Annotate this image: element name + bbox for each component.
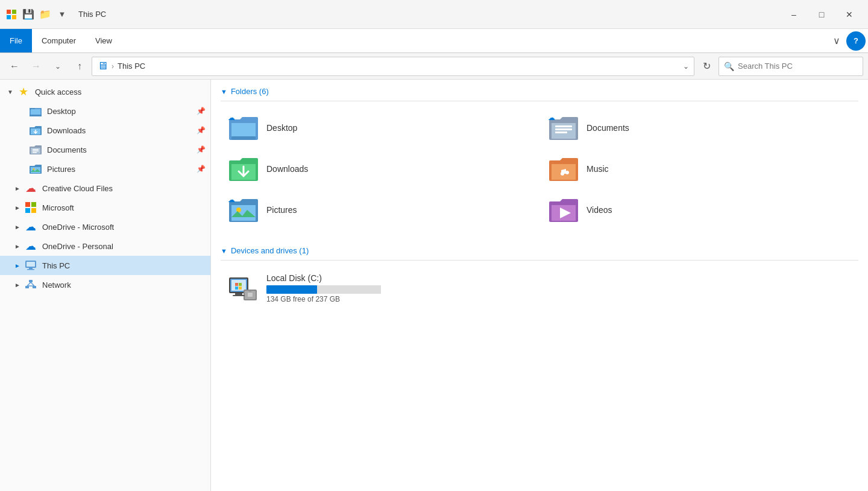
svg-rect-19 <box>27 269 34 270</box>
sidebar-item-pictures[interactable]: Pictures 📌 <box>0 159 210 179</box>
save-icon[interactable]: 💾 <box>22 8 35 21</box>
sidebar-pictures-label: Pictures <box>47 165 194 174</box>
devices-collapse-icon: ▼ <box>221 247 227 255</box>
folders-section-header[interactable]: ▼ Folders (6) <box>221 80 858 101</box>
sidebar-item-desktop[interactable]: Desktop 📌 <box>0 101 210 121</box>
desktop-folder-icon-wrap: ☁ <box>228 113 259 142</box>
sidebar-item-thispc[interactable]: ► This PC <box>0 256 210 275</box>
up-button[interactable]: ↑ <box>70 57 89 76</box>
minimize-button[interactable]: – <box>780 5 808 24</box>
app-icon[interactable] <box>5 8 18 21</box>
sidebar-item-creative-cloud[interactable]: ► ☁ Creative Cloud Files <box>0 179 210 198</box>
customize-icon[interactable]: ▼ <box>55 8 69 21</box>
svg-rect-2 <box>7 15 11 19</box>
sidebar-item-documents[interactable]: Documents 📌 <box>0 140 210 159</box>
svg-rect-42 <box>235 287 238 290</box>
downloads-pin-icon: 📌 <box>197 126 206 135</box>
svg-rect-39 <box>248 293 253 297</box>
cc-expand-icon: ► <box>14 185 24 192</box>
folder-icon[interactable]: 📁 <box>39 8 52 21</box>
svg-line-23 <box>27 282 31 286</box>
drive-item-c[interactable]: Local Disk (C:) 134 GB free of 237 GB <box>221 268 858 309</box>
sidebar-onedrive-personal-label: OneDrive - Personal <box>42 242 206 251</box>
documents-folder-icon-wrap: ☁ <box>548 113 579 142</box>
folder-item-music[interactable]: Music <box>541 150 858 188</box>
onedrive-personal-expand-icon: ► <box>14 243 24 250</box>
svg-rect-3 <box>12 15 16 19</box>
ribbon-collapse-icon[interactable]: ∨ <box>827 35 846 46</box>
sidebar-item-microsoft[interactable]: ► Microsoft <box>0 198 210 217</box>
ribbon-right: ∨ ? <box>827 31 868 51</box>
refresh-button[interactable]: ↻ <box>697 57 716 76</box>
svg-point-30 <box>561 172 564 176</box>
microsoft-expand-icon: ► <box>14 204 24 211</box>
pictures-cloud-badge: ☁ <box>228 195 235 204</box>
onedrive-personal-icon: ☁ <box>24 239 37 253</box>
svg-rect-8 <box>33 149 39 150</box>
drive-bar-fill-c <box>266 285 317 294</box>
devices-section-header[interactable]: ▼ Devices and drives (1) <box>221 239 858 261</box>
folder-item-desktop[interactable]: ☁ Desktop <box>221 109 538 147</box>
svg-rect-43 <box>239 287 242 290</box>
window-title: This PC <box>78 10 775 19</box>
svg-rect-18 <box>29 268 33 269</box>
thispc-expand-icon: ► <box>14 262 24 269</box>
svg-rect-12 <box>25 202 30 207</box>
downloads-folder-name: Downloads <box>266 164 308 174</box>
svg-rect-28 <box>555 128 572 130</box>
svg-rect-9 <box>33 151 39 152</box>
address-separator: › <box>112 62 114 71</box>
devices-section-title: Devices and drives (1) <box>231 246 309 255</box>
folder-item-downloads[interactable]: Downloads <box>221 150 538 188</box>
search-input[interactable] <box>738 62 858 71</box>
recent-button[interactable]: ⌄ <box>48 57 68 76</box>
forward-button[interactable]: → <box>27 57 46 76</box>
sidebar-item-onedrive-ms[interactable]: ► ☁ OneDrive - Microsoft <box>0 217 210 236</box>
help-button[interactable]: ? <box>846 31 866 51</box>
desktop-folder-icon <box>29 104 42 118</box>
content-area: ▼ Folders (6) ☁ Desktop ☁ <box>211 80 868 491</box>
search-icon: 🔍 <box>724 62 734 71</box>
address-box[interactable]: 🖥 › This PC ⌄ <box>92 57 694 76</box>
pictures-pin-icon: 📌 <box>197 165 206 173</box>
svg-rect-26 <box>231 136 256 140</box>
tab-file[interactable]: File <box>0 29 32 52</box>
search-box[interactable]: 🔍 <box>719 57 863 76</box>
tab-view[interactable]: View <box>86 29 122 52</box>
back-button[interactable]: ← <box>5 57 24 76</box>
microsoft-icon <box>24 201 37 214</box>
address-pc-icon: 🖥 <box>97 60 108 72</box>
close-button[interactable]: ✕ <box>835 5 863 24</box>
svg-rect-27 <box>555 125 572 127</box>
quick-access-star-icon: ★ <box>17 85 30 98</box>
svg-rect-13 <box>31 202 36 207</box>
svg-rect-29 <box>555 131 567 133</box>
sidebar-item-network[interactable]: ► Network <box>0 275 210 294</box>
sidebar-item-downloads[interactable]: Downloads 📌 <box>0 121 210 140</box>
sidebar-onedrive-ms-label: OneDrive - Microsoft <box>42 223 206 232</box>
address-dropdown-icon[interactable]: ⌄ <box>683 62 689 71</box>
sidebar-item-onedrive-personal[interactable]: ► ☁ OneDrive - Personal <box>0 236 210 256</box>
svg-rect-14 <box>25 208 30 213</box>
folder-item-pictures[interactable]: ☁ Pictures <box>221 191 538 229</box>
sidebar-documents-label: Documents <box>47 145 194 154</box>
sidebar-microsoft-label: Microsoft <box>42 203 206 212</box>
network-icon <box>24 278 37 291</box>
svg-rect-41 <box>239 283 242 286</box>
sidebar-item-quick-access[interactable]: ▼ ★ Quick access <box>0 82 210 101</box>
folder-item-documents[interactable]: ☁ Documents <box>541 109 858 147</box>
window-controls: – □ ✕ <box>780 5 863 24</box>
address-bar: ← → ⌄ ↑ 🖥 › This PC ⌄ ↻ 🔍 <box>0 53 868 80</box>
folder-item-videos[interactable]: Videos <box>541 191 858 229</box>
svg-point-31 <box>565 171 569 174</box>
sidebar-cc-label: Creative Cloud Files <box>42 184 206 193</box>
drive-icon-wrap-c <box>228 273 259 304</box>
svg-rect-17 <box>27 262 35 267</box>
svg-rect-15 <box>31 208 36 213</box>
tab-computer[interactable]: Computer <box>32 29 86 52</box>
documents-folder-icon <box>29 143 42 156</box>
maximize-button[interactable]: □ <box>808 5 835 24</box>
svg-rect-1 <box>12 10 16 14</box>
desktop-folder-name: Desktop <box>266 123 297 133</box>
music-folder-icon-wrap <box>548 154 579 183</box>
